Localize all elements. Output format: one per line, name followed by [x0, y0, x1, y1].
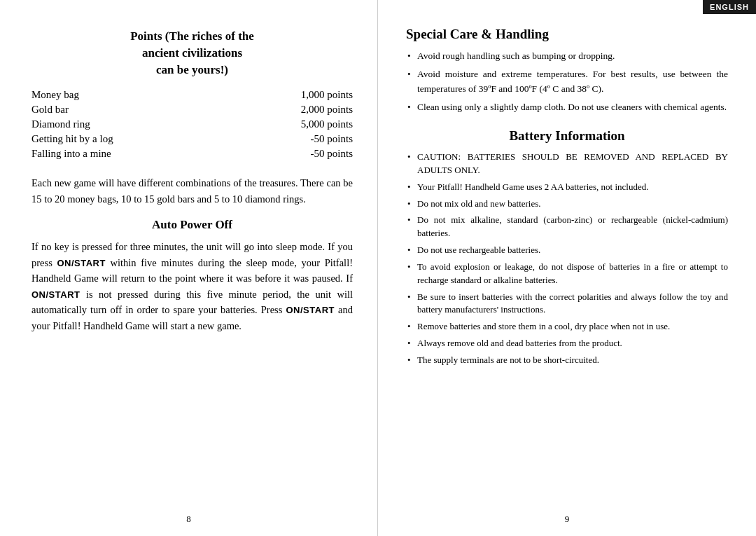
- points-section-title: Points (The riches of the ancient civili…: [31, 28, 353, 78]
- auto-power-body: If no key is pressed for three minutes, …: [31, 239, 353, 334]
- table-row: Money bag1,000 points: [31, 89, 353, 101]
- treasures-body-text: Each new game will have different combin…: [31, 175, 353, 207]
- table-row: Falling into a mine-50 points: [31, 148, 353, 160]
- list-item: The supply terminals are not to be short…: [406, 354, 728, 367]
- points-value: 1,000 points: [290, 89, 353, 101]
- points-label: Money bag: [31, 89, 290, 101]
- special-care-title: Special Care & Handling: [406, 27, 728, 42]
- points-label: Getting hit by a log: [31, 133, 290, 145]
- points-value: -50 points: [290, 148, 353, 160]
- list-item: Do not mix old and new batteries.: [406, 198, 728, 211]
- page-spread: Points (The riches of the ancient civili…: [0, 0, 756, 536]
- points-value: 5,000 points: [290, 118, 353, 130]
- list-item: Remove batteries and store them in a coo…: [406, 320, 728, 334]
- table-row: Diamond ring5,000 points: [31, 118, 353, 130]
- list-item: Always remove old and dead batteries fro…: [406, 337, 728, 350]
- list-item: Be sure to insert batteries with the cor…: [406, 291, 728, 317]
- list-item: Your Pitfall! Handheld Game uses 2 AA ba…: [406, 181, 728, 194]
- page-number-right: 9: [565, 514, 570, 525]
- points-value: -50 points: [290, 133, 353, 145]
- page-right: ENGLISH Special Care & Handling Avoid ro…: [378, 0, 756, 536]
- list-item: Avoid rough handling such as bumping or …: [406, 49, 728, 63]
- list-item: CAUTION: BATTERIES SHOULD BE REMOVED AND…: [406, 151, 728, 177]
- list-item: Do not mix alkaline, standard (carbon-zi…: [406, 214, 728, 240]
- points-label: Diamond ring: [31, 118, 290, 130]
- page-number-left: 8: [186, 514, 191, 525]
- points-label: Gold bar: [31, 104, 290, 116]
- special-care-list: Avoid rough handling such as bumping or …: [406, 49, 728, 118]
- list-item: Do not use rechargeable batteries.: [406, 244, 728, 257]
- points-value: 2,000 points: [290, 104, 353, 116]
- battery-title: Battery Information: [406, 128, 728, 144]
- auto-power-title: Auto Power Off: [31, 218, 353, 232]
- points-table: Money bag1,000 pointsGold bar2,000 point…: [31, 89, 353, 163]
- points-label: Falling into a mine: [31, 148, 290, 160]
- battery-list: CAUTION: BATTERIES SHOULD BE REMOVED AND…: [406, 151, 728, 371]
- table-row: Gold bar2,000 points: [31, 104, 353, 116]
- page-left: Points (The riches of the ancient civili…: [0, 0, 378, 536]
- english-badge: ENGLISH: [703, 0, 756, 14]
- list-item: To avoid explosion or leakage, do not di…: [406, 261, 728, 287]
- table-row: Getting hit by a log-50 points: [31, 133, 353, 145]
- list-item: Clean using only a slightly damp cloth. …: [406, 100, 728, 114]
- list-item: Avoid moisture and extreme temperatures.…: [406, 67, 728, 96]
